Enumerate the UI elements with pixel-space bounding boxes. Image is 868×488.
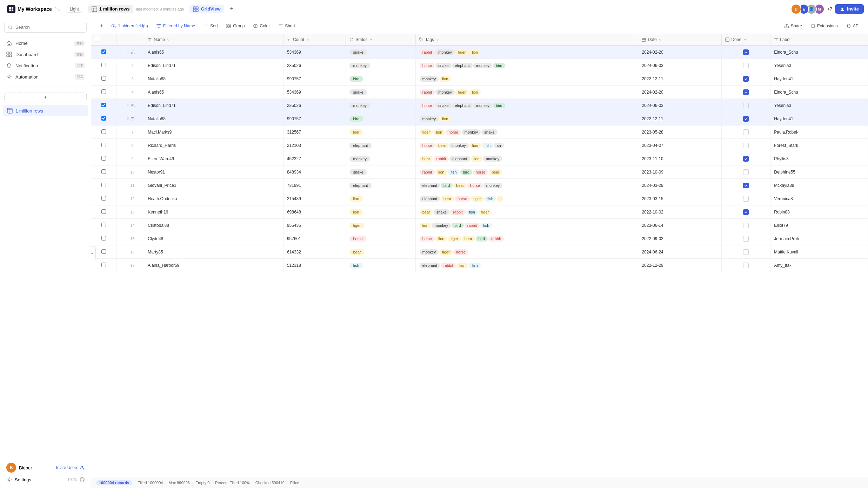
row-checkbox-cell[interactable] bbox=[91, 165, 116, 179]
sort-button[interactable]: Sort bbox=[200, 22, 221, 30]
row-done[interactable] bbox=[722, 99, 770, 112]
row-checkbox-cell[interactable] bbox=[91, 139, 116, 152]
row-checkbox-cell[interactable] bbox=[91, 99, 116, 112]
color-button[interactable]: Color bbox=[249, 22, 273, 30]
header-checkbox[interactable] bbox=[91, 34, 116, 46]
row-done[interactable] bbox=[722, 112, 770, 126]
done-checkbox[interactable] bbox=[743, 116, 749, 122]
row-checkbox[interactable] bbox=[101, 249, 106, 254]
row-checkbox[interactable] bbox=[101, 89, 106, 94]
row-checkbox[interactable] bbox=[101, 236, 106, 240]
row-checkbox-cell[interactable] bbox=[91, 46, 116, 59]
select-all-checkbox[interactable] bbox=[95, 37, 99, 41]
row-checkbox[interactable] bbox=[101, 183, 106, 187]
done-checkbox[interactable] bbox=[743, 76, 749, 82]
row-done[interactable] bbox=[722, 165, 770, 179]
row-checkbox[interactable] bbox=[101, 103, 106, 107]
done-checkbox[interactable] bbox=[743, 49, 749, 55]
search-box[interactable] bbox=[4, 22, 87, 33]
header-status[interactable]: Status bbox=[346, 34, 415, 46]
grid-container[interactable]: Name # Count bbox=[91, 34, 868, 477]
workspace-button[interactable]: My Workspace ⌃⌄ bbox=[4, 4, 64, 15]
row-checkbox-cell[interactable] bbox=[91, 192, 116, 205]
expand-row-icon[interactable] bbox=[131, 117, 135, 121]
expand-row-icon[interactable] bbox=[131, 50, 135, 54]
row-done[interactable] bbox=[722, 46, 770, 59]
extensions-button[interactable]: Extensions bbox=[807, 22, 841, 30]
header-name[interactable]: Name bbox=[144, 34, 283, 46]
row-done[interactable] bbox=[722, 232, 770, 245]
done-checkbox[interactable] bbox=[743, 89, 749, 95]
row-checkbox-cell[interactable] bbox=[91, 126, 116, 139]
row-done[interactable] bbox=[722, 72, 770, 86]
table-tab[interactable]: 1 million rows bbox=[88, 5, 133, 13]
expand-row-icon[interactable] bbox=[131, 103, 135, 108]
done-checkbox[interactable] bbox=[743, 63, 749, 68]
row-checkbox-cell[interactable] bbox=[91, 152, 116, 165]
sidebar-item-dashboard[interactable]: Dashboard ⌘D bbox=[3, 49, 88, 60]
header-tags[interactable]: Tags bbox=[415, 34, 638, 46]
row-checkbox-cell[interactable] bbox=[91, 232, 116, 245]
row-checkbox[interactable] bbox=[101, 196, 106, 201]
row-checkbox[interactable] bbox=[101, 129, 106, 134]
collapse-sidebar-button[interactable]: « bbox=[89, 246, 96, 260]
row-done[interactable] bbox=[722, 192, 770, 205]
theme-badge[interactable]: Light bbox=[67, 6, 82, 13]
row-checkbox-cell[interactable] bbox=[91, 205, 116, 219]
row-done[interactable] bbox=[722, 259, 770, 272]
row-checkbox[interactable] bbox=[101, 223, 106, 227]
row-checkbox-cell[interactable] bbox=[91, 112, 116, 126]
done-checkbox[interactable] bbox=[743, 223, 749, 228]
sidebar-item-automation[interactable]: Automation ⌘A bbox=[3, 71, 88, 82]
drag-handle[interactable]: ⠿ bbox=[126, 50, 130, 55]
row-done[interactable] bbox=[722, 152, 770, 165]
done-checkbox[interactable] bbox=[743, 209, 749, 215]
sidebar-item-notification[interactable]: Notification ⌘T bbox=[3, 60, 88, 71]
user-row[interactable]: B Bieber Invite Users bbox=[4, 461, 87, 475]
done-checkbox[interactable] bbox=[743, 183, 749, 188]
drag-handle[interactable]: ⠿ bbox=[126, 116, 130, 121]
row-done[interactable] bbox=[722, 219, 770, 232]
add-view-button[interactable]: + bbox=[227, 4, 237, 14]
hidden-fields-button[interactable]: 1 hidden field(s) bbox=[108, 22, 151, 30]
done-checkbox[interactable] bbox=[743, 196, 749, 202]
row-checkbox-cell[interactable] bbox=[91, 59, 116, 72]
row-checkbox-cell[interactable] bbox=[91, 219, 116, 232]
header-count[interactable]: # Count bbox=[283, 34, 346, 46]
filter-button[interactable]: Filtered by Name bbox=[153, 22, 199, 30]
done-checkbox[interactable] bbox=[743, 249, 749, 255]
row-checkbox-cell[interactable] bbox=[91, 259, 116, 272]
row-checkbox[interactable] bbox=[101, 143, 106, 147]
done-checkbox[interactable] bbox=[743, 143, 749, 148]
row-checkbox[interactable] bbox=[101, 76, 106, 81]
row-checkbox[interactable] bbox=[101, 156, 106, 161]
done-checkbox[interactable] bbox=[743, 129, 749, 135]
short-button[interactable]: Short bbox=[275, 22, 299, 30]
invite-button[interactable]: Invite bbox=[835, 4, 864, 14]
view-tab[interactable]: GridView bbox=[189, 5, 224, 13]
sidebar-item-table[interactable]: 1 million rows bbox=[3, 105, 88, 116]
api-button[interactable]: API bbox=[843, 22, 863, 30]
row-checkbox[interactable] bbox=[101, 49, 106, 54]
add-field-button[interactable]: + bbox=[96, 21, 106, 31]
row-checkbox[interactable] bbox=[101, 116, 106, 121]
settings-row[interactable]: Settings 10.2k bbox=[4, 475, 87, 484]
group-button[interactable]: Group bbox=[223, 22, 248, 30]
row-done[interactable] bbox=[722, 139, 770, 152]
row-checkbox-cell[interactable] bbox=[91, 72, 116, 86]
row-checkbox[interactable] bbox=[101, 209, 106, 214]
invite-users-button[interactable]: Invite Users bbox=[56, 465, 85, 470]
row-checkbox[interactable] bbox=[101, 63, 106, 67]
add-table-button[interactable]: + bbox=[4, 93, 87, 102]
row-done[interactable] bbox=[722, 86, 770, 99]
header-date[interactable]: Date bbox=[638, 34, 722, 46]
done-checkbox[interactable] bbox=[743, 263, 749, 268]
row-done[interactable] bbox=[722, 179, 770, 192]
header-label[interactable]: Label bbox=[770, 34, 868, 46]
sidebar-item-home[interactable]: Home ⌘H bbox=[3, 38, 88, 49]
done-checkbox[interactable] bbox=[743, 103, 749, 108]
header-done[interactable]: Done bbox=[722, 34, 770, 46]
done-checkbox[interactable] bbox=[743, 236, 749, 242]
row-done[interactable] bbox=[722, 245, 770, 259]
row-checkbox[interactable] bbox=[101, 169, 106, 174]
